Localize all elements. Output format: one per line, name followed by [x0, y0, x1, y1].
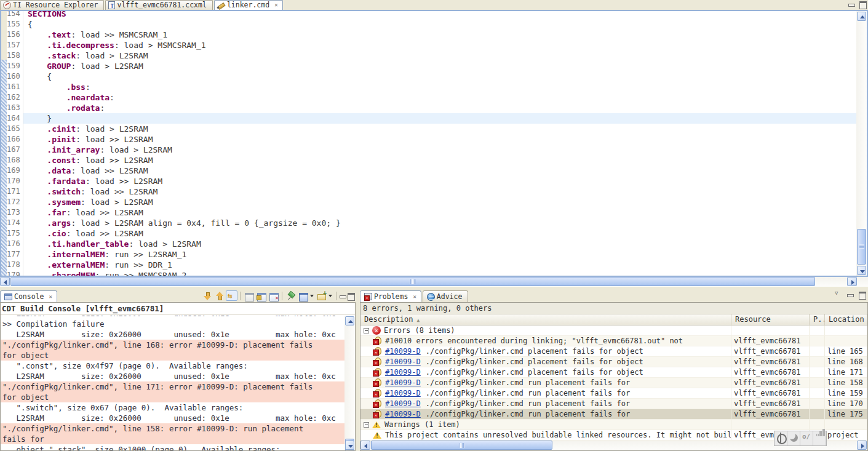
scroll-left-icon[interactable]: [0, 277, 10, 286]
code-line[interactable]: 159 GROUP: load > L2SRAM: [7, 61, 856, 71]
editor-tab-resource-explorer[interactable]: TI Resource Explorer: [0, 0, 104, 10]
scrollbar-thumb[interactable]: [857, 229, 866, 265]
problem-row[interactable]: #10099-D./configPkg/linker.cmd placement…: [360, 357, 867, 367]
code-line[interactable]: 172 .sysmem: load > L2SRAM: [7, 197, 856, 207]
dropdown-caret-icon[interactable]: [328, 290, 333, 301]
show-error-in-editor-icon[interactable]: [226, 290, 237, 301]
scroll-right-icon[interactable]: [847, 277, 857, 286]
maximize-icon[interactable]: [347, 293, 354, 299]
code-line[interactable]: 174 .args: load > L2SRAM align = 0x4, fi…: [7, 218, 856, 228]
code-line[interactable]: 173 .far: load >> L2SRAM: [7, 207, 856, 218]
close-icon[interactable]: ✕: [48, 293, 52, 300]
resource-cell: [731, 420, 810, 429]
code-line[interactable]: 164 }: [7, 113, 856, 124]
open-console-icon[interactable]: [316, 290, 327, 301]
scroll-right-icon[interactable]: [857, 441, 867, 450]
problem-row[interactable]: #10099-D./configPkg/linker.cmd run place…: [360, 409, 867, 420]
column-header-p[interactable]: P..: [810, 314, 825, 325]
scrollbar-thumb[interactable]: [371, 441, 552, 450]
collapse-icon[interactable]: [364, 422, 369, 428]
scroll-down-icon[interactable]: [857, 266, 866, 275]
code-line[interactable]: 157 .ti.decompress: load > MSMCSRAM_1: [7, 40, 856, 50]
code-area[interactable]: 154SECTIONS155{156 .text: load >> MSMCSR…: [7, 11, 856, 276]
tab-problems[interactable]: Problems✕: [360, 290, 421, 302]
problem-group-row[interactable]: Warnings (1 item): [360, 420, 867, 430]
error-code-link[interactable]: #10099-D: [385, 346, 421, 356]
maximize-icon[interactable]: [859, 1, 866, 7]
editor-horizontal-scrollbar[interactable]: [0, 277, 868, 287]
crescent-icon[interactable]: [787, 431, 800, 445]
code-line[interactable]: 177 .internalMEM: run >> L2SRAM_1: [7, 249, 856, 260]
problem-row[interactable]: #10099-D./configPkg/linker.cmd run place…: [360, 399, 867, 409]
percent-icon[interactable]: [800, 431, 813, 445]
code-line[interactable]: 170 .fardata: load >> L2SRAM: [7, 176, 856, 186]
error-code-link[interactable]: #10099-D: [385, 409, 421, 419]
editor-vertical-scrollbar[interactable]: [856, 11, 867, 276]
scroll-left-icon[interactable]: [360, 441, 370, 450]
show-console-stderr-icon[interactable]: [255, 290, 267, 301]
problem-row[interactable]: #10010 errors encountered during linking…: [360, 336, 867, 346]
code-line[interactable]: 168 .const: load >> L2SRAM: [7, 155, 856, 166]
minimize-icon[interactable]: [846, 292, 854, 298]
code-line[interactable]: 160 {: [7, 71, 856, 82]
maximize-icon[interactable]: [858, 292, 866, 298]
code-line[interactable]: 178 .externalMEM: run >> DDR_1: [7, 260, 856, 270]
pin-console-icon[interactable]: [285, 290, 297, 301]
scroll-up-icon[interactable]: [345, 316, 354, 325]
column-header-location[interactable]: Location: [825, 314, 867, 325]
code-line[interactable]: 162 .neardata:: [7, 92, 856, 103]
display-selected-console-icon[interactable]: [297, 290, 309, 301]
column-header-resource[interactable]: Resource: [731, 314, 810, 325]
split-view-icon[interactable]: [774, 431, 787, 445]
column-header-description[interactable]: Description▲: [360, 314, 731, 325]
code-line[interactable]: 161 .bss:: [7, 82, 856, 92]
collapse-icon[interactable]: [364, 328, 369, 333]
problem-row[interactable]: #10099-D./configPkg/linker.cmd run place…: [360, 388, 867, 399]
scroll-up-icon[interactable]: [857, 12, 866, 21]
scrollbar-thumb[interactable]: [10, 277, 815, 286]
close-icon[interactable]: ✕: [412, 293, 416, 300]
next-error-icon[interactable]: [201, 290, 213, 301]
error-code-link[interactable]: #10099-D: [385, 378, 421, 388]
code-line[interactable]: 163 .rodata:: [7, 103, 856, 113]
problem-row[interactable]: #10099-D./configPkg/linker.cmd placement…: [360, 346, 867, 357]
minimize-icon[interactable]: [339, 293, 346, 299]
code-editor[interactable]: 154SECTIONS155{156 .text: load >> MSMCSR…: [0, 10, 868, 277]
code-line[interactable]: 179 .sharedMEM: run >> MSMCSRAM_2: [7, 270, 856, 276]
code-line[interactable]: 176 .ti.handler_table: load > L2SRAM: [7, 239, 856, 249]
code-line[interactable]: 169 .data: load >> L2SRAM: [7, 166, 856, 176]
console-output[interactable]: L2SRAM size: 0x26000 unused: 0x1e max ho…: [1, 316, 344, 450]
problem-row[interactable]: #10099-D./configPkg/linker.cmd placement…: [360, 367, 867, 378]
code-line[interactable]: 175 .cio: load >> L2SRAM: [7, 228, 856, 239]
error-code-link[interactable]: #10099-D: [385, 399, 421, 409]
console-vertical-scrollbar[interactable]: [344, 316, 355, 450]
problem-row[interactable]: #10099-D./configPkg/linker.cmd run place…: [360, 378, 867, 388]
code-line[interactable]: 171 .switch: load >> L2SRAM: [7, 186, 856, 197]
minimize-icon[interactable]: [848, 1, 855, 7]
error-code-link[interactable]: #10099-D: [385, 357, 421, 367]
line-number: 156: [7, 30, 23, 40]
editor-tab-ccxml[interactable]: vlfft_evmc66781.ccxml: [105, 0, 212, 10]
code-line[interactable]: 165 .cinit: load > L2SRAM: [7, 124, 856, 134]
dropdown-caret-icon[interactable]: [309, 290, 315, 301]
code-line[interactable]: 155{: [7, 19, 856, 30]
code-line[interactable]: 156 .text: load >> MSMCSRAM_1: [7, 30, 856, 40]
code-line[interactable]: 154SECTIONS: [7, 11, 856, 19]
error-code-link[interactable]: #10099-D: [385, 367, 421, 377]
drag-handle-icon[interactable]: [813, 431, 826, 445]
problem-group-row[interactable]: Errors (8 items): [360, 325, 867, 336]
code-line[interactable]: 166 .pinit: load >> L2SRAM: [7, 134, 856, 145]
editor-tab-linker[interactable]: linker.cmd✕: [214, 0, 283, 10]
close-icon[interactable]: ✕: [274, 1, 278, 10]
clear-console-icon[interactable]: [268, 290, 279, 301]
code-line[interactable]: 167 .init_array: load > L2SRAM: [7, 145, 856, 155]
previous-error-icon[interactable]: [213, 290, 225, 301]
tab-advice[interactable]: Advice: [423, 290, 469, 302]
error-code-link[interactable]: #10099-D: [385, 388, 421, 398]
location-cell: line 175: [825, 409, 867, 419]
tab-console[interactable]: Console ✕: [0, 290, 57, 302]
code-line[interactable]: 158 .stack: load > L2SRAM: [7, 50, 856, 61]
show-console-stdout-icon[interactable]: [243, 290, 255, 301]
view-menu-icon[interactable]: [835, 292, 842, 298]
scroll-down-icon[interactable]: [345, 441, 354, 450]
